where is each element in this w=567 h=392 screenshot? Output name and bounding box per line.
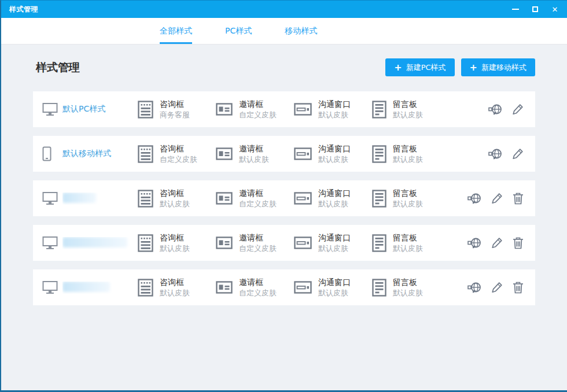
globe-link-icon — [467, 193, 481, 204]
feature-skin: 默认皮肤 — [393, 243, 423, 254]
edit-button[interactable] — [512, 103, 524, 115]
invite-box-icon — [216, 192, 233, 205]
style-list: 默认PC样式 咨询框 商务客服 — [33, 91, 535, 305]
globe-link-icon — [488, 148, 502, 160]
tab-all-styles[interactable]: 全部样式 — [160, 18, 192, 44]
chat-window-icon — [294, 147, 312, 160]
style-name-link[interactable] — [62, 237, 138, 249]
feature-title: 邀请框 — [239, 277, 277, 288]
feature-message-board: 留言板 默认皮肤 — [372, 277, 450, 298]
tab-bar: 全部样式 PC样式 移动样式 — [1, 18, 567, 45]
feature-title: 沟通窗口 — [318, 143, 351, 154]
edit-button[interactable] — [491, 237, 503, 249]
feature-consult-box: 咨询框 自定义皮肤 — [138, 143, 216, 164]
feature-invite-box: 邀请框 自定义皮肤 — [216, 99, 294, 120]
feature-text: 咨询框 自定义皮肤 — [160, 143, 197, 164]
feature-title: 邀请框 — [239, 188, 277, 199]
page-header: 样式管理 + 新建PC样式 + 新建移动样式 — [33, 58, 535, 76]
pencil-icon — [491, 237, 503, 249]
feature-skin: 默认皮肤 — [160, 199, 190, 209]
publish-link-button[interactable] — [467, 237, 481, 249]
trash-icon — [513, 282, 524, 294]
feature-consult-box: 咨询框 默认皮肤 — [138, 277, 216, 298]
tab-mobile-styles[interactable]: 移动样式 — [285, 18, 317, 44]
invite-box-icon — [216, 147, 233, 160]
feature-invite-box: 邀请框 自定义皮肤 — [216, 232, 294, 253]
publish-link-button[interactable] — [467, 193, 481, 204]
feature-title: 留言板 — [393, 143, 423, 154]
style-name-link[interactable]: 默认PC样式 — [62, 104, 138, 114]
edit-button[interactable] — [491, 193, 503, 204]
trash-icon — [513, 193, 524, 205]
feature-skin: 默认皮肤 — [318, 154, 351, 165]
feature-text: 留言板 默认皮肤 — [393, 188, 423, 209]
style-name-text: 默认PC样式 — [62, 104, 105, 113]
feature-chat-window: 沟通窗口 默认皮肤 — [294, 232, 372, 253]
style-name-link[interactable] — [62, 193, 138, 205]
feature-text: 咨询框 默认皮肤 — [160, 232, 190, 253]
feature-message-board: 留言板 默认皮肤 — [372, 143, 450, 164]
feature-text: 沟通窗口 默认皮肤 — [318, 277, 351, 298]
feature-title: 留言板 — [393, 277, 423, 288]
minimize-button[interactable] — [511, 5, 520, 13]
feature-text: 沟通窗口 默认皮肤 — [318, 188, 351, 209]
edit-button[interactable] — [512, 148, 524, 160]
feature-title: 邀请框 — [239, 99, 277, 110]
globe-link-icon — [467, 237, 481, 249]
consult-box-icon — [138, 101, 153, 119]
content-area: 样式管理 + 新建PC样式 + 新建移动样式 — [1, 45, 567, 390]
style-name-link[interactable] — [62, 282, 138, 294]
feature-consult-box: 咨询框 商务客服 — [138, 99, 216, 120]
maximize-button[interactable] — [531, 5, 539, 13]
feature-skin: 默认皮肤 — [160, 243, 190, 254]
delete-button[interactable] — [513, 282, 524, 294]
style-row: 咨询框 默认皮肤 邀请框 自定义皮肤 — [33, 180, 535, 216]
style-name-link[interactable]: 默认移动样式 — [62, 149, 138, 159]
new-mobile-style-button[interactable]: + 新建移动样式 — [461, 58, 535, 76]
window-title: 样式管理 — [9, 5, 38, 14]
feature-consult-box: 咨询框 默认皮肤 — [138, 188, 216, 209]
feature-chat-window: 沟通窗口 默认皮肤 — [294, 277, 372, 298]
maximize-icon — [532, 6, 538, 12]
consult-box-icon — [138, 279, 153, 297]
feature-title: 留言板 — [393, 232, 423, 243]
new-mobile-style-label: 新建移动样式 — [481, 62, 526, 73]
row-actions — [467, 193, 535, 205]
feature-title: 沟通窗口 — [318, 99, 351, 110]
feature-skin: 默认皮肤 — [318, 288, 351, 298]
redacted-name-blur — [62, 282, 110, 292]
feature-title: 沟通窗口 — [318, 188, 351, 199]
publish-link-button[interactable] — [488, 148, 502, 160]
consult-box-icon — [138, 190, 153, 208]
trash-icon — [513, 237, 524, 249]
edit-button[interactable] — [491, 282, 503, 293]
feature-title: 咨询框 — [160, 232, 190, 243]
invite-box-icon — [216, 236, 233, 249]
feature-text: 邀请框 自定义皮肤 — [239, 277, 277, 298]
publish-link-button[interactable] — [488, 103, 502, 115]
feature-title: 留言板 — [393, 99, 423, 110]
header-buttons: + 新建PC样式 + 新建移动样式 — [385, 58, 535, 76]
feature-title: 咨询框 — [160, 143, 197, 154]
feature-skin: 默认皮肤 — [393, 110, 423, 120]
monitor-icon — [42, 102, 58, 116]
new-pc-style-button[interactable]: + 新建PC样式 — [385, 58, 454, 76]
feature-skin: 自定义皮肤 — [239, 243, 277, 254]
publish-link-button[interactable] — [467, 282, 481, 293]
tab-pc-styles[interactable]: PC样式 — [225, 18, 252, 44]
feature-message-board: 留言板 默认皮肤 — [372, 188, 450, 209]
pencil-icon — [491, 282, 503, 293]
delete-button[interactable] — [513, 193, 524, 205]
feature-invite-box: 邀请框 自定义皮肤 — [216, 188, 294, 209]
feature-invite-box: 邀请框 默认皮肤 — [216, 143, 294, 164]
title-bar: 样式管理 ✕ — [1, 1, 567, 18]
feature-skin: 默认皮肤 — [318, 199, 351, 209]
close-button[interactable]: ✕ — [551, 5, 559, 13]
feature-invite-box: 邀请框 自定义皮肤 — [216, 277, 294, 298]
feature-skin: 自定义皮肤 — [239, 110, 277, 120]
chat-window-icon — [294, 192, 312, 205]
feature-title: 邀请框 — [239, 143, 269, 154]
feature-skin: 默认皮肤 — [318, 243, 351, 254]
delete-button[interactable] — [513, 237, 524, 249]
monitor-icon — [42, 236, 58, 250]
